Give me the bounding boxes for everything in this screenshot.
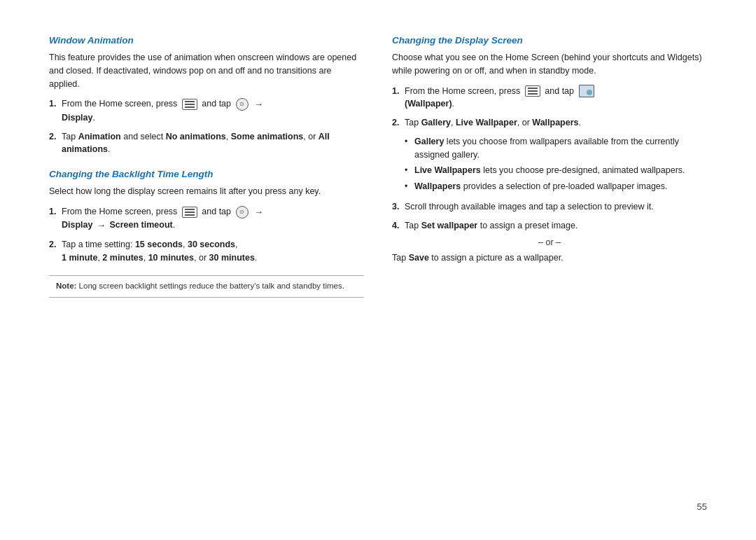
arrow-2: → bbox=[254, 205, 263, 219]
bullet-gallery: Gallery lets you choose from wallpapers … bbox=[405, 135, 707, 162]
backlight-period: . bbox=[173, 220, 175, 230]
window-animation-body: This feature provides the use of animati… bbox=[49, 51, 364, 90]
display-period2: . bbox=[579, 118, 581, 127]
step-2-or: , or bbox=[303, 132, 318, 141]
menu-icon-2 bbox=[182, 207, 197, 218]
arrow-display: → bbox=[97, 219, 106, 233]
tap-save-text: Tap bbox=[392, 253, 409, 263]
backlight-step-2-content: Tap a time setting: 15 seconds, 30 secon… bbox=[62, 238, 364, 265]
backlight-step-1-content: From the Home screen, press and tap ⊙ → … bbox=[62, 205, 364, 233]
backlight-step-num-1: 1. bbox=[49, 205, 62, 219]
step-2-content: Tap Animation and select No animations, … bbox=[62, 130, 364, 157]
step-num-1: 1. bbox=[49, 97, 62, 111]
bullet-gallery-text: lets you choose from wallpapers availabl… bbox=[414, 137, 679, 160]
display-step-num-4: 4. bbox=[392, 219, 405, 233]
display-step-num-2: 2. bbox=[392, 116, 405, 130]
backlight-title: Changing the Backlight Time Length bbox=[49, 169, 364, 179]
display-steps2: 3. Scroll through available images and t… bbox=[392, 200, 707, 233]
display-step-1-text: From the Home screen, press bbox=[405, 86, 520, 96]
step-1-and-tap: and tap bbox=[202, 99, 233, 109]
step-2-select: and select bbox=[121, 132, 166, 141]
step-2-comma1: , bbox=[226, 132, 231, 141]
backlight-comma2: , bbox=[235, 240, 237, 249]
step-2-some-anim: Some animations bbox=[231, 132, 304, 141]
step-1-display: Display bbox=[62, 113, 92, 123]
or-divider: – or – bbox=[392, 237, 707, 247]
note-box: Note: Long screen backlight settings red… bbox=[49, 275, 364, 297]
backlight-1min: 1 minute bbox=[62, 253, 97, 263]
step-2-period: . bbox=[108, 144, 110, 154]
backlight-screen-timeout: Screen timeout bbox=[109, 220, 172, 230]
backlight-comma4: , bbox=[144, 253, 148, 263]
backlight-display: Display bbox=[62, 220, 92, 230]
display-gallery: Gallery bbox=[421, 118, 451, 127]
backlight-step-1-text: From the Home screen, press bbox=[62, 207, 177, 216]
display-live: Live Wallpaper bbox=[456, 118, 517, 127]
display-step-2-content: Tap Gallery, Live Wallpaper, or Wallpape… bbox=[405, 116, 707, 130]
note-label: Note: bbox=[56, 282, 76, 290]
bullet-live: Live Wallpapers lets you choose pre-desi… bbox=[405, 164, 707, 177]
display-wallpaper: (Wallpaper) bbox=[405, 99, 452, 109]
window-animation-title: Window Animation bbox=[49, 35, 364, 46]
backlight-tap-time: Tap a time setting: bbox=[62, 240, 135, 249]
display-wallpapers: Wallpapers bbox=[532, 118, 578, 127]
bullet-wallpapers-bold: Wallpapers bbox=[414, 181, 461, 191]
wallpaper-icon bbox=[579, 85, 594, 97]
backlight-comma1: , bbox=[183, 240, 188, 249]
display-comma1: , bbox=[451, 118, 456, 127]
display-step-4-content: Tap Set wallpaper to assign a preset ima… bbox=[405, 219, 707, 233]
backlight-step-2: 2. Tap a time setting: 15 seconds, 30 se… bbox=[49, 238, 364, 265]
display-step-3: 3. Scroll through available images and t… bbox=[392, 200, 707, 214]
display-tap-set: Tap bbox=[405, 221, 421, 230]
window-animation-section: Window Animation This feature provides t… bbox=[49, 35, 364, 156]
step-2-no-anim: No animations bbox=[166, 132, 226, 141]
step-2-tap: Tap bbox=[62, 132, 78, 141]
display-step-num-1: 1. bbox=[392, 85, 405, 98]
backlight-10min: 10 minutes bbox=[148, 253, 194, 263]
backlight-body: Select how long the display screen remai… bbox=[49, 185, 364, 198]
display-step-2: 2. Tap Gallery, Live Wallpaper, or Wallp… bbox=[392, 116, 707, 130]
display-screen-title: Changing the Display Screen bbox=[392, 35, 707, 46]
display-assign: to assign a preset image. bbox=[477, 221, 578, 230]
display-step-1: 1. From the Home screen, press and tap (… bbox=[392, 85, 707, 111]
display-bullets: Gallery lets you choose from wallpapers … bbox=[405, 135, 707, 193]
window-animation-steps: 1. From the Home screen, press and tap ⊙… bbox=[49, 97, 364, 156]
backlight-section: Changing the Backlight Time Length Selec… bbox=[49, 169, 364, 298]
backlight-30s: 30 seconds bbox=[188, 240, 235, 249]
tap-save-end: to assign a picture as a wallpaper. bbox=[429, 253, 564, 263]
display-step-3-content: Scroll through available images and tap … bbox=[405, 200, 707, 214]
right-column: Changing the Display Screen Choose what … bbox=[392, 35, 707, 494]
page: Window Animation This feature provides t… bbox=[0, 0, 756, 540]
display-scroll-text: Scroll through available images and tap … bbox=[405, 202, 654, 212]
backlight-step-num-2: 2. bbox=[49, 238, 62, 251]
circle-icon-2: ⊙ bbox=[236, 206, 248, 219]
page-footer: 55 bbox=[49, 501, 707, 512]
menu-icon-1 bbox=[182, 99, 197, 110]
bullet-live-bold: Live Wallpapers bbox=[414, 165, 481, 175]
display-step-4: 4. Tap Set wallpaper to assign a preset … bbox=[392, 219, 707, 233]
step-1: 1. From the Home screen, press and tap ⊙… bbox=[49, 97, 364, 124]
step-1-period: . bbox=[92, 113, 94, 123]
backlight-and-tap: and tap bbox=[202, 207, 233, 216]
tap-save-line: Tap Save to assign a picture as a wallpa… bbox=[392, 251, 707, 265]
bullet-live-text: lets you choose pre-designed, animated w… bbox=[481, 165, 685, 175]
backlight-30min: 30 minutes bbox=[209, 253, 255, 263]
display-tap: Tap bbox=[405, 118, 421, 127]
or-text: – or – bbox=[538, 237, 561, 247]
circle-icon-1: ⊙ bbox=[236, 98, 248, 111]
page-number: 55 bbox=[697, 501, 707, 512]
backlight-15s: 15 seconds bbox=[135, 240, 183, 249]
arrow-1: → bbox=[254, 97, 263, 111]
step-2: 2. Tap Animation and select No animation… bbox=[49, 130, 364, 157]
backlight-period2: . bbox=[255, 253, 257, 263]
display-or: , or bbox=[517, 118, 533, 127]
left-column: Window Animation This feature provides t… bbox=[49, 35, 364, 494]
backlight-steps: 1. From the Home screen, press and tap ⊙… bbox=[49, 205, 364, 265]
display-step-num-3: 3. bbox=[392, 200, 405, 214]
step-1-text-before: From the Home screen, press bbox=[62, 99, 177, 109]
bullet-wallpapers-text: provides a selection of pre-loaded wallp… bbox=[461, 181, 667, 191]
display-and-tap: and tap bbox=[545, 86, 576, 96]
display-screen-section: Changing the Display Screen Choose what … bbox=[392, 35, 707, 265]
backlight-or: , or bbox=[194, 253, 209, 263]
bullet-gallery-bold: Gallery bbox=[414, 137, 444, 146]
